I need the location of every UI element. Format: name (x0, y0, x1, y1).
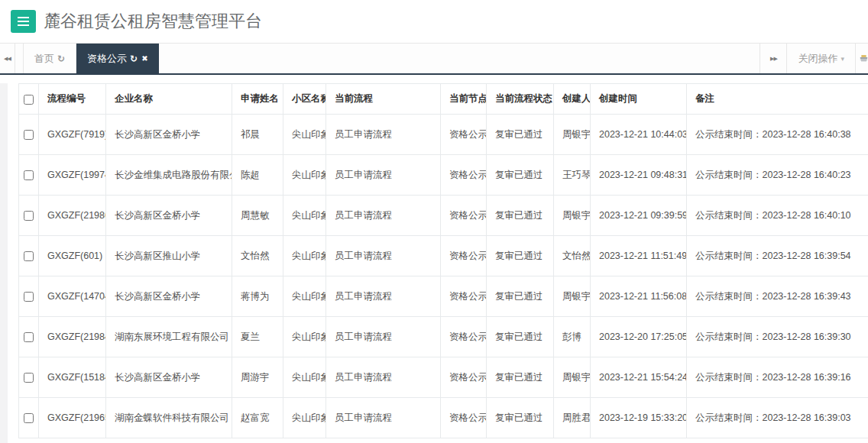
column-header-company: 企业名称 (106, 84, 232, 115)
row-select-cell (19, 115, 39, 155)
cell-remark: 公示结束时间：2023-12-28 16:39:54 (687, 236, 868, 276)
chevron-down-icon: ▾ (840, 55, 844, 63)
cell-flow: 员工申请流程 (326, 317, 441, 357)
close-icon[interactable]: ✖ (141, 54, 147, 63)
cell-created_at: 2023-12-20 17:25:05 (591, 317, 687, 357)
close-operations-label: 关闭操作 (798, 52, 837, 66)
cell-node: 资格公示 (441, 155, 487, 196)
cell-applicant: 文怡然 (232, 236, 283, 276)
clipped-tool-icon (860, 49, 868, 69)
cell-process_no: GXGZF(21986) (39, 196, 106, 236)
main-content: 流程编号企业名称申请姓名小区名称当前流程当前节点当前流程状态创建人创建时间备注 … (0, 83, 868, 443)
cell-community: 尖山印象 (283, 115, 326, 155)
table-row: GXGZF(601)长沙高新区推山小学文怡然尖山印象员工申请流程资格公示复审已通… (19, 236, 868, 276)
row-checkbox[interactable] (24, 292, 34, 302)
app-header: 麓谷租赁公租房智慧管理平台 (0, 0, 868, 43)
cell-created_at: 2023-12-21 10:44:03 (591, 115, 687, 155)
table-row: GXGZF(19974)长沙金维集成电路股份有限公司陈超尖山印象员工申请流程资格… (19, 155, 868, 196)
row-checkbox[interactable] (24, 413, 34, 423)
cell-node: 资格公示 (441, 276, 487, 317)
hamburger-icon (18, 24, 29, 26)
select-all-checkbox[interactable] (24, 95, 34, 105)
cell-created_at: 2023-12-21 15:54:24 (591, 357, 687, 398)
cell-remark: 公示结束时间：2023-12-28 16:40:23 (687, 155, 868, 196)
cell-company: 长沙高新区金桥小学 (106, 196, 232, 236)
tab-qualification-publicity[interactable]: 资格公示 ↻ ✖ (76, 44, 158, 73)
row-checkbox[interactable] (24, 211, 34, 221)
row-checkbox[interactable] (24, 332, 34, 342)
cell-flow: 员工申请流程 (326, 115, 441, 155)
cell-company: 湖南金蝶软件科技有限公司 (106, 398, 232, 438)
row-checkbox[interactable] (24, 170, 34, 180)
cell-creator: 周银宇 (554, 357, 591, 398)
process-table-panel: 流程编号企业名称申请姓名小区名称当前流程当前节点当前流程状态创建人创建时间备注 … (18, 83, 868, 438)
row-checkbox[interactable] (24, 251, 34, 261)
cell-flow: 员工申请流程 (326, 357, 441, 398)
column-header-community: 小区名称 (283, 84, 326, 115)
cell-flow: 员工申请流程 (326, 196, 441, 236)
cell-creator: 王巧琴 (554, 155, 591, 196)
cell-community: 尖山印象 (283, 155, 326, 196)
table-row: GXGZF(14704)长沙高新区金桥小学蒋博为尖山印象员工申请流程资格公示复审… (19, 276, 868, 317)
cell-creator: 周银宇 (554, 196, 591, 236)
double-left-arrow-icon: ◀◀ (4, 56, 11, 62)
column-header-node: 当前节点 (441, 84, 487, 115)
select-all-header-cell (19, 84, 39, 115)
cell-community: 尖山印象 (283, 357, 326, 398)
table-row: GXGZF(21984)湖南东展环境工程有限公司夏兰尖山印象员工申请流程资格公示… (19, 317, 868, 357)
cell-creator: 周银宇 (554, 115, 591, 155)
partial-right-icon[interactable] (856, 44, 868, 73)
cell-applicant: 周慧敏 (232, 196, 283, 236)
cell-node: 资格公示 (441, 398, 487, 438)
table-row: GXGZF(21965)湖南金蝶软件科技有限公司赵富宽尖山印象员工申请流程资格公… (19, 398, 868, 438)
cell-status: 复审已通过 (487, 115, 554, 155)
refresh-icon[interactable]: ↻ (130, 53, 138, 64)
cell-process_no: GXGZF(21984) (39, 317, 106, 357)
column-header-created_at: 创建时间 (591, 84, 687, 115)
column-header-flow: 当前流程 (326, 84, 441, 115)
cell-flow: 员工申请流程 (326, 398, 441, 438)
cell-node: 资格公示 (441, 196, 487, 236)
cell-community: 尖山印象 (283, 236, 326, 276)
cell-node: 资格公示 (441, 115, 487, 155)
tab-home[interactable]: 首页 ↻ (23, 44, 76, 73)
cell-status: 复审已通过 (487, 398, 554, 438)
hamburger-icon (18, 21, 29, 22)
cell-node: 资格公示 (441, 357, 487, 398)
cell-remark: 公示结束时间：2023-12-28 16:40:10 (687, 196, 868, 236)
process-table: 流程编号企业名称申请姓名小区名称当前流程当前节点当前流程状态创建人创建时间备注 … (18, 83, 868, 438)
column-header-status: 当前流程状态 (487, 84, 554, 115)
refresh-icon[interactable]: ↻ (57, 53, 65, 64)
cell-created_at: 2023-12-21 11:56:08 (591, 276, 687, 317)
table-row: GXGZF(7919)长沙高新区金桥小学祁晨尖山印象员工申请流程资格公示复审已通… (19, 115, 868, 155)
cell-process_no: GXGZF(7919) (39, 115, 106, 155)
tab-label: 资格公示 (87, 52, 127, 66)
cell-status: 复审已通过 (487, 196, 554, 236)
menu-toggle-button[interactable] (11, 10, 36, 33)
cell-node: 资格公示 (441, 317, 487, 357)
tabs-scroll-left-button[interactable]: ◀◀ (0, 44, 15, 73)
cell-created_at: 2023-12-19 15:33:20 (591, 398, 687, 438)
cell-remark: 公示结束时间：2023-12-28 16:39:30 (687, 317, 868, 357)
row-select-cell (19, 236, 39, 276)
cell-status: 复审已通过 (487, 357, 554, 398)
tabs-scroll-right-button[interactable]: ▶▶ (760, 44, 787, 73)
close-operations-dropdown[interactable]: 关闭操作 ▾ (787, 44, 856, 73)
cell-creator: 文怡然 (554, 236, 591, 276)
column-header-creator: 创建人 (554, 84, 591, 115)
cell-created_at: 2023-12-21 09:48:31 (591, 155, 687, 196)
cell-creator: 周胜君 (554, 398, 591, 438)
page-title: 麓谷租赁公租房智慧管理平台 (44, 10, 262, 33)
column-header-process_no: 流程编号 (39, 84, 106, 115)
cell-process_no: GXGZF(21965) (39, 398, 106, 438)
cell-company: 湖南东展环境工程有限公司 (106, 317, 232, 357)
table-header-row: 流程编号企业名称申请姓名小区名称当前流程当前节点当前流程状态创建人创建时间备注 (19, 84, 868, 115)
cell-company: 长沙高新区金桥小学 (106, 115, 232, 155)
double-right-arrow-icon: ▶▶ (770, 56, 777, 62)
row-select-cell (19, 196, 39, 236)
cell-applicant: 夏兰 (232, 317, 283, 357)
row-checkbox[interactable] (24, 373, 34, 383)
row-checkbox[interactable] (24, 130, 34, 140)
cell-company: 长沙高新区推山小学 (106, 236, 232, 276)
cell-process_no: GXGZF(14704) (39, 276, 106, 317)
